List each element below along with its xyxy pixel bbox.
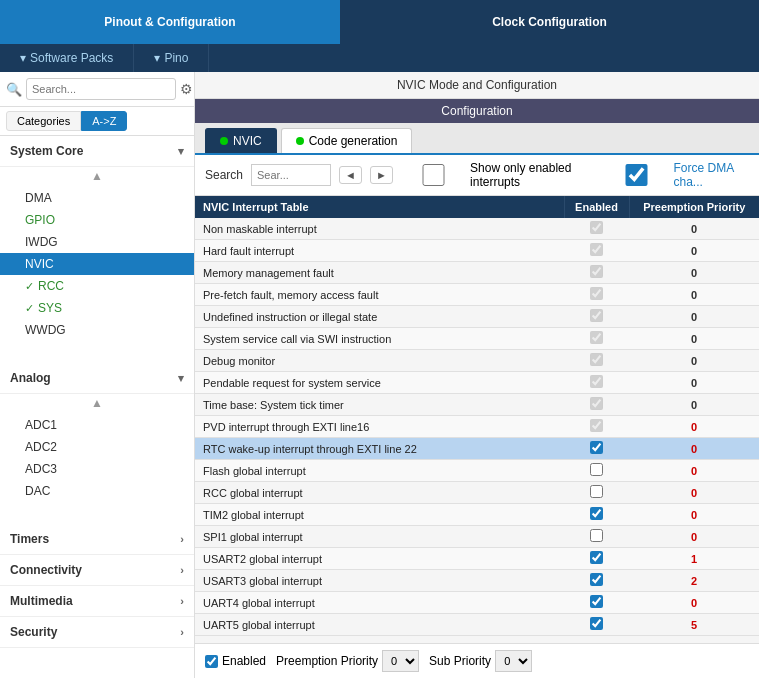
interrupt-enabled-checkbox[interactable] bbox=[590, 265, 603, 278]
interrupt-enabled-checkbox[interactable] bbox=[590, 551, 603, 564]
table-row: PVD interrupt through EXTI line160 bbox=[195, 416, 759, 438]
interrupt-enabled-cell bbox=[564, 548, 629, 570]
chevron-right-icon: › bbox=[180, 564, 184, 576]
interrupt-enabled-checkbox[interactable] bbox=[590, 529, 603, 542]
sidebar-tree: System Core ▾ ▲ DMA GPIO IWDG NVIC bbox=[0, 136, 194, 678]
sidebar-item-sys[interactable]: ✓ SYS bbox=[0, 297, 194, 319]
sidebar-item-iwdg[interactable]: IWDG bbox=[0, 231, 194, 253]
interrupt-enabled-checkbox[interactable] bbox=[590, 463, 603, 476]
interrupt-enabled-checkbox[interactable] bbox=[590, 243, 603, 256]
tab-nvic[interactable]: NVIC bbox=[205, 128, 277, 153]
sidebar-search-input[interactable] bbox=[26, 78, 176, 100]
interrupt-name: RTC wake-up interrupt through EXTI line … bbox=[195, 438, 564, 460]
rcc-label: RCC bbox=[38, 279, 64, 293]
sidebar-item-dac[interactable]: DAC bbox=[0, 480, 194, 502]
bottom-enabled-label[interactable]: Enabled bbox=[205, 654, 266, 668]
bottom-enabled-checkbox[interactable] bbox=[205, 655, 218, 668]
software-packs-tab[interactable]: ▾ Software Packs bbox=[0, 44, 134, 72]
interrupt-name: Undefined instruction or illegal state bbox=[195, 306, 564, 328]
collapse-arrow[interactable]: ▲ bbox=[0, 167, 194, 185]
interrupt-priority-cell: 0 bbox=[629, 350, 759, 372]
search-label-text: Search bbox=[205, 168, 243, 182]
interrupt-enabled-checkbox[interactable] bbox=[590, 309, 603, 322]
show-enabled-checkbox[interactable] bbox=[401, 164, 466, 186]
table-row: Memory management fault0 bbox=[195, 262, 759, 284]
interrupt-enabled-checkbox[interactable] bbox=[590, 353, 603, 366]
interrupt-priority-cell: 0 bbox=[629, 306, 759, 328]
chevron-right-icon: › bbox=[180, 595, 184, 607]
interrupt-priority-cell: 0 bbox=[629, 284, 759, 306]
interrupt-enabled-checkbox[interactable] bbox=[590, 221, 603, 234]
sidebar-item-wwdg[interactable]: WWDG bbox=[0, 319, 194, 341]
section-multimedia-header[interactable]: Multimedia › bbox=[0, 586, 194, 617]
interrupt-enabled-checkbox[interactable] bbox=[590, 595, 603, 608]
sidebar-item-gpio[interactable]: GPIO bbox=[0, 209, 194, 231]
sub-priority-group: Sub Priority 0123 bbox=[429, 650, 532, 672]
section-analog-header[interactable]: Analog ▾ bbox=[0, 363, 194, 394]
interrupt-enabled-checkbox[interactable] bbox=[590, 331, 603, 344]
right-content: NVIC Mode and Configuration Configuratio… bbox=[195, 72, 759, 678]
search-prev-button[interactable]: ◄ bbox=[339, 166, 362, 184]
interrupt-priority-cell: 0 bbox=[629, 394, 759, 416]
preemption-priority-select[interactable]: 0123 bbox=[382, 650, 419, 672]
section-multimedia-label: Multimedia bbox=[10, 594, 73, 608]
search-next-button[interactable]: ► bbox=[370, 166, 393, 184]
interrupt-enabled-checkbox[interactable] bbox=[590, 397, 603, 410]
force-dma-label[interactable]: Force DMA cha... bbox=[604, 161, 749, 189]
sidebar-item-nvic[interactable]: NVIC bbox=[0, 253, 194, 275]
interrupt-name: USART3 global interrupt bbox=[195, 570, 564, 592]
tab-code-generation[interactable]: Code generation bbox=[281, 128, 413, 153]
preemption-priority-group: Preemption Priority 0123 bbox=[276, 650, 419, 672]
show-enabled-label[interactable]: Show only enabled interrupts bbox=[401, 161, 597, 189]
interrupt-enabled-checkbox[interactable] bbox=[590, 573, 603, 586]
col-priority-header: Preemption Priority bbox=[629, 196, 759, 218]
wwdg-label: WWDG bbox=[25, 323, 66, 337]
clock-tab[interactable]: Clock Configuration bbox=[340, 0, 759, 44]
interrupt-priority-cell: 0 bbox=[629, 328, 759, 350]
table-row: Non maskable interrupt0 bbox=[195, 218, 759, 240]
sidebar-item-rcc[interactable]: ✓ RCC bbox=[0, 275, 194, 297]
interrupt-name: PVD interrupt through EXTI line16 bbox=[195, 416, 564, 438]
interrupt-enabled-cell bbox=[564, 284, 629, 306]
section-security-header[interactable]: Security › bbox=[0, 617, 194, 648]
interrupt-priority-cell: 0 bbox=[629, 504, 759, 526]
pinout-tab[interactable]: Pinout & Configuration bbox=[0, 0, 340, 44]
interrupt-priority-cell: 0 bbox=[629, 372, 759, 394]
force-dma-checkbox[interactable] bbox=[604, 164, 669, 186]
interrupt-enabled-cell bbox=[564, 416, 629, 438]
interrupt-enabled-cell bbox=[564, 328, 629, 350]
table-row: UART5 global interrupt5 bbox=[195, 614, 759, 636]
show-enabled-text: Show only enabled interrupts bbox=[470, 161, 596, 189]
collapse-arrow[interactable]: ▲ bbox=[0, 394, 194, 412]
sub-priority-select[interactable]: 0123 bbox=[495, 650, 532, 672]
interrupt-enabled-checkbox[interactable] bbox=[590, 617, 603, 630]
section-timers-header[interactable]: Timers › bbox=[0, 524, 194, 555]
gear-icon[interactable]: ⚙ bbox=[180, 81, 193, 97]
interrupt-enabled-checkbox[interactable] bbox=[590, 441, 603, 454]
interrupt-enabled-checkbox[interactable] bbox=[590, 287, 603, 300]
interrupt-priority-cell: 0 bbox=[629, 240, 759, 262]
table-row: USART3 global interrupt2 bbox=[195, 570, 759, 592]
sidebar-item-adc3[interactable]: ADC3 bbox=[0, 458, 194, 480]
table-row: USART2 global interrupt1 bbox=[195, 548, 759, 570]
table-row: SPI1 global interrupt0 bbox=[195, 526, 759, 548]
section-connectivity-header[interactable]: Connectivity › bbox=[0, 555, 194, 586]
interrupt-enabled-cell bbox=[564, 504, 629, 526]
nvic-search-input[interactable] bbox=[251, 164, 331, 186]
interrupt-name: Pre-fetch fault, memory access fault bbox=[195, 284, 564, 306]
interrupt-priority-cell: 0 bbox=[629, 482, 759, 504]
sidebar-item-dma[interactable]: DMA bbox=[0, 187, 194, 209]
table-row: UART4 global interrupt0 bbox=[195, 592, 759, 614]
sidebar-item-adc1[interactable]: ADC1 bbox=[0, 414, 194, 436]
section-system-core-header[interactable]: System Core ▾ bbox=[0, 136, 194, 167]
interrupt-enabled-checkbox[interactable] bbox=[590, 375, 603, 388]
tab-categories[interactable]: Categories bbox=[6, 111, 81, 131]
sidebar-item-adc2[interactable]: ADC2 bbox=[0, 436, 194, 458]
tab-az[interactable]: A->Z bbox=[81, 111, 127, 131]
config-label: Configuration bbox=[441, 104, 512, 118]
pino-tab[interactable]: ▾ Pino bbox=[134, 44, 209, 72]
interrupt-enabled-checkbox[interactable] bbox=[590, 419, 603, 432]
interrupt-enabled-checkbox[interactable] bbox=[590, 507, 603, 520]
table-row: RCC global interrupt0 bbox=[195, 482, 759, 504]
interrupt-enabled-checkbox[interactable] bbox=[590, 485, 603, 498]
